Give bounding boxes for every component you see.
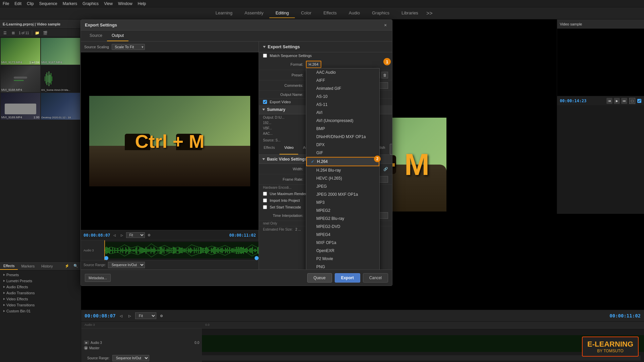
dropdown-item-bmp[interactable]: BMP <box>306 125 379 133</box>
list-item[interactable]: ES_Some-Kind-Of-Ma... <box>41 65 80 92</box>
menu-window[interactable]: Window <box>118 1 132 6</box>
menu-edit[interactable]: Edit <box>14 1 21 6</box>
metadata-button[interactable]: Metadata... <box>85 274 111 282</box>
menu-graphics[interactable]: Graphics <box>83 1 99 6</box>
settings-icon-preview[interactable]: ⚙ <box>146 233 152 238</box>
prev-play-back-button[interactable]: ◁ <box>111 232 117 238</box>
settings-icon[interactable]: ⚙ <box>158 312 165 319</box>
more-workspaces-button[interactable]: >> <box>424 10 435 16</box>
delete-preset-icon[interactable]: 🗑 <box>381 72 388 78</box>
checkbox-sequence[interactable] <box>637 99 641 103</box>
format-select[interactable]: H.264 <box>306 61 321 68</box>
tab-output[interactable]: Output <box>107 31 128 41</box>
accelerate-icon[interactable]: ⚡ <box>63 263 71 269</box>
tab-effects-export[interactable]: Effects <box>259 144 279 155</box>
effects-item-audio-effects[interactable]: Audio Effects <box>1 284 80 290</box>
dropdown-item-mpeg2-dvd[interactable]: MPEG2-DVD <box>306 223 379 231</box>
menu-markers[interactable]: Markers <box>63 1 77 6</box>
dropdown-item-p2movie[interactable]: P2 Movie <box>306 255 379 263</box>
tab-libraries[interactable]: Libraries <box>395 8 424 18</box>
new-bin-icon[interactable]: 📁 <box>34 29 41 36</box>
list-item[interactable]: MVI_9173.MP4 1:44:04 <box>1 38 40 65</box>
range-start-handle[interactable] <box>104 256 108 260</box>
dropdown-item-mpeg4[interactable]: MPEG4 <box>306 231 379 239</box>
cancel-button[interactable]: Cancel <box>363 273 388 283</box>
fit-select[interactable]: Fit 25% 50% 100% <box>135 312 156 319</box>
tab-learning[interactable]: Learning <box>209 8 238 18</box>
dropdown-item-jpeg2000[interactable]: JPEG 2000 MXF OP1a <box>306 190 379 198</box>
search-effects-icon[interactable]: 🔍 <box>72 263 79 269</box>
mark-out-button[interactable]: ▷ <box>126 312 133 319</box>
effects-item-video-effects[interactable]: Video Effects <box>1 296 80 302</box>
use-max-render-checkbox[interactable] <box>263 192 267 196</box>
dropdown-item-h264[interactable]: ✓H.264 2 <box>306 157 379 166</box>
track-end-icon[interactable]: ◉ <box>84 346 88 350</box>
effects-item-audio-transitions[interactable]: Audio Transitions <box>1 290 80 296</box>
match-sequence-checkbox[interactable] <box>263 54 267 58</box>
new-item-icon[interactable]: 🎬 <box>42 29 49 36</box>
menu-help[interactable]: Help <box>138 1 146 6</box>
tab-source[interactable]: Source <box>85 31 107 41</box>
set-start-timecode-checkbox[interactable] <box>263 205 267 209</box>
match-source-button[interactable]: Match Source <box>390 144 392 155</box>
dropdown-item-dnxhr[interactable]: DNxHR/DNxHD MXF OP1a <box>306 133 379 141</box>
tab-graphics[interactable]: Graphics <box>366 8 395 18</box>
list-item[interactable]: MVI_9169.MP4 1:00 <box>1 93 40 120</box>
tab-color[interactable]: Color <box>295 8 317 18</box>
dropdown-item-gif[interactable]: GIF <box>306 149 379 157</box>
tab-history-panel[interactable]: History <box>38 263 56 269</box>
dropdown-item-as11[interactable]: AS-11 <box>306 101 379 109</box>
list-item[interactable]: MVI_9167.MP4 <box>41 38 80 65</box>
safe-zone-icon[interactable]: □ <box>629 98 635 104</box>
dropdown-item-mp3[interactable]: MP3 <box>306 198 379 206</box>
dropdown-item-openexr[interactable]: OpenEXR <box>306 247 379 255</box>
play-forward-button[interactable]: ⏭ <box>621 98 627 104</box>
tab-effects[interactable]: Effects <box>317 8 343 18</box>
effects-item-presets[interactable]: Presets <box>1 272 80 278</box>
track-expand-icon[interactable]: ▶ <box>84 341 89 345</box>
dropdown-item-mxf-op1a[interactable]: MXF OP1a <box>306 239 379 247</box>
dropdown-item-avi[interactable]: AVI <box>306 109 379 117</box>
preview-fit-select[interactable]: Fit 25% 50% 100% <box>126 232 145 238</box>
dropdown-item-avi-uncompressed[interactable]: AVI (Uncompressed) <box>306 117 379 125</box>
dropdown-item-mpeg2[interactable]: MPEG2 <box>306 206 379 215</box>
effects-item-lumetri-presets[interactable]: Lumetri Presets <box>1 278 80 284</box>
dropdown-item-h264-bluray[interactable]: H.264 Blu-ray <box>306 166 379 174</box>
menu-file[interactable]: File <box>3 1 9 6</box>
dropdown-item-dpx[interactable]: DPX <box>306 141 379 149</box>
effects-item-video-transitions[interactable]: Video Transitions <box>1 302 80 308</box>
queue-button[interactable]: Queue <box>307 273 332 283</box>
range-end-handle[interactable] <box>255 256 259 260</box>
effects-item-custom-bin[interactable]: Custom Bin 01 <box>1 308 80 314</box>
dialog-close-button[interactable]: × <box>383 22 388 28</box>
dropdown-item-mpeg2-bluray[interactable]: MPEG2 Blu-ray <box>306 215 379 223</box>
tab-effects-panel[interactable]: Effects <box>0 262 18 270</box>
dropdown-item-hevc[interactable]: HEVC (H.265) <box>306 174 379 182</box>
dropdown-item-aac[interactable]: AAC Audio <box>306 68 379 76</box>
dropdown-item-as10[interactable]: AS-10 <box>306 93 379 101</box>
mark-in-button[interactable]: ◁ <box>118 312 124 319</box>
collapse-settings-icon[interactable] <box>263 46 266 48</box>
icon-view-icon[interactable]: ⊞ <box>9 29 17 36</box>
tab-editing[interactable]: Editing <box>269 8 295 18</box>
play-button[interactable]: ▶ <box>614 98 620 104</box>
list-item[interactable]: Desktop 2020.01.12 - 18 <box>41 93 80 120</box>
dropdown-item-aiff[interactable]: AIFF <box>306 76 379 84</box>
menu-view[interactable]: View <box>104 1 113 6</box>
dropdown-item-animgif[interactable]: Animated GIF <box>306 84 379 93</box>
tab-video-export[interactable]: Video <box>279 144 298 155</box>
tab-assembly[interactable]: Assembly <box>238 8 269 18</box>
play-back-button[interactable]: ⏮ <box>606 98 612 104</box>
export-button[interactable]: Export <box>335 273 360 283</box>
scaling-select[interactable]: Scale To Fit Stretch to Fill Scale to Fi… <box>112 44 145 50</box>
menu-clip[interactable]: Clip <box>27 1 34 6</box>
dropdown-item-jpeg[interactable]: JPEG <box>306 182 379 190</box>
list-item[interactable]: MVI_9168.MP4 <box>1 65 40 92</box>
tab-markers-panel[interactable]: Markers <box>18 263 38 269</box>
dropdown-item-png[interactable]: PNG <box>306 263 379 269</box>
import-into-project-checkbox[interactable] <box>263 198 267 202</box>
export-video-checkbox[interactable] <box>263 100 267 104</box>
tab-audio[interactable]: Audio <box>343 8 366 18</box>
menu-sequence[interactable]: Sequence <box>39 1 57 6</box>
prev-play-button[interactable]: ▷ <box>119 232 125 238</box>
